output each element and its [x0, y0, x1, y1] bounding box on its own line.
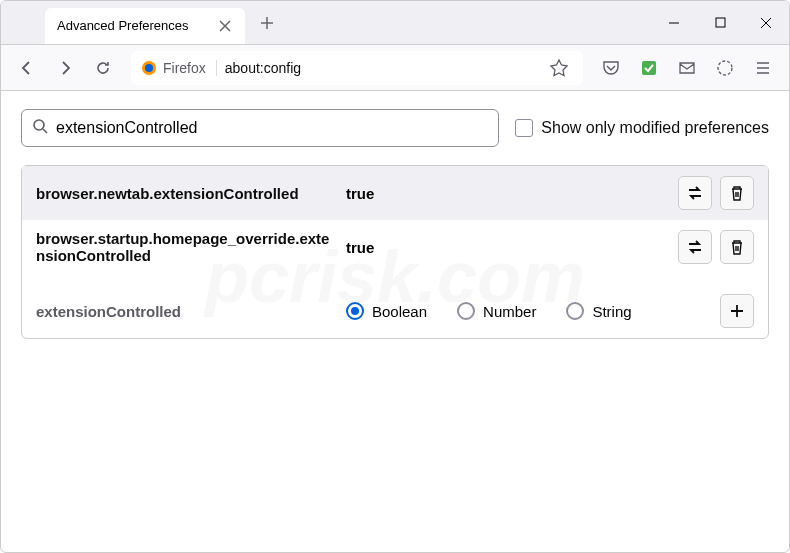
- svg-point-2: [145, 64, 153, 72]
- pref-value: true: [346, 239, 668, 256]
- window-controls: [651, 1, 789, 45]
- new-pref-row: extensionControlled Boolean Number Strin…: [22, 274, 768, 338]
- mail-icon[interactable]: [671, 52, 703, 84]
- close-tab-icon[interactable]: [217, 18, 233, 34]
- pref-row[interactable]: browser.startup.homepage_override.extens…: [22, 220, 768, 274]
- toggle-button[interactable]: [678, 230, 712, 264]
- radio-boolean[interactable]: Boolean: [346, 302, 427, 320]
- url-bar[interactable]: Firefox about:config: [131, 51, 583, 85]
- identity-label: Firefox: [163, 60, 206, 76]
- show-modified-checkbox[interactable]: Show only modified preferences: [515, 119, 769, 137]
- account-icon[interactable]: [709, 52, 741, 84]
- menu-button[interactable]: [747, 52, 779, 84]
- pocket-icon[interactable]: [595, 52, 627, 84]
- url-text: about:config: [225, 60, 537, 76]
- bookmark-star-icon[interactable]: [545, 54, 573, 82]
- svg-point-4: [718, 61, 732, 75]
- pref-name: browser.startup.homepage_override.extens…: [36, 230, 336, 264]
- svg-rect-0: [716, 18, 725, 27]
- maximize-button[interactable]: [697, 1, 743, 45]
- pref-value: true: [346, 185, 668, 202]
- pref-name: browser.newtab.extensionControlled: [36, 185, 336, 202]
- new-pref-name: extensionControlled: [36, 303, 336, 320]
- forward-button[interactable]: [49, 52, 81, 84]
- search-row: Show only modified preferences: [21, 109, 769, 147]
- svg-point-5: [34, 120, 44, 130]
- minimize-button[interactable]: [651, 1, 697, 45]
- checkbox-label: Show only modified preferences: [541, 119, 769, 137]
- back-button[interactable]: [11, 52, 43, 84]
- tab-title: Advanced Preferences: [57, 18, 209, 33]
- new-tab-button[interactable]: [253, 9, 281, 37]
- search-icon: [32, 118, 48, 138]
- identity-box[interactable]: Firefox: [141, 60, 217, 76]
- toggle-button[interactable]: [678, 176, 712, 210]
- close-window-button[interactable]: [743, 1, 789, 45]
- svg-rect-3: [642, 61, 656, 75]
- radio-string[interactable]: String: [566, 302, 631, 320]
- radio-number[interactable]: Number: [457, 302, 536, 320]
- browser-tab[interactable]: Advanced Preferences: [45, 8, 245, 44]
- firefox-icon: [141, 60, 157, 76]
- search-input[interactable]: [56, 119, 488, 137]
- delete-button[interactable]: [720, 176, 754, 210]
- add-button[interactable]: [720, 294, 754, 328]
- delete-button[interactable]: [720, 230, 754, 264]
- prefs-table: browser.newtab.extensionControlled true …: [21, 165, 769, 339]
- radio-icon: [566, 302, 584, 320]
- radio-icon: [457, 302, 475, 320]
- radio-icon: [346, 302, 364, 320]
- type-radio-group: Boolean Number String: [346, 302, 710, 320]
- checkbox-icon: [515, 119, 533, 137]
- reload-button[interactable]: [87, 52, 119, 84]
- search-box[interactable]: [21, 109, 499, 147]
- content-area: Show only modified preferences browser.n…: [1, 91, 789, 357]
- extension-icon[interactable]: [633, 52, 665, 84]
- nav-toolbar: Firefox about:config: [1, 45, 789, 91]
- titlebar: Advanced Preferences: [1, 1, 789, 45]
- pref-row[interactable]: browser.newtab.extensionControlled true: [22, 166, 768, 220]
